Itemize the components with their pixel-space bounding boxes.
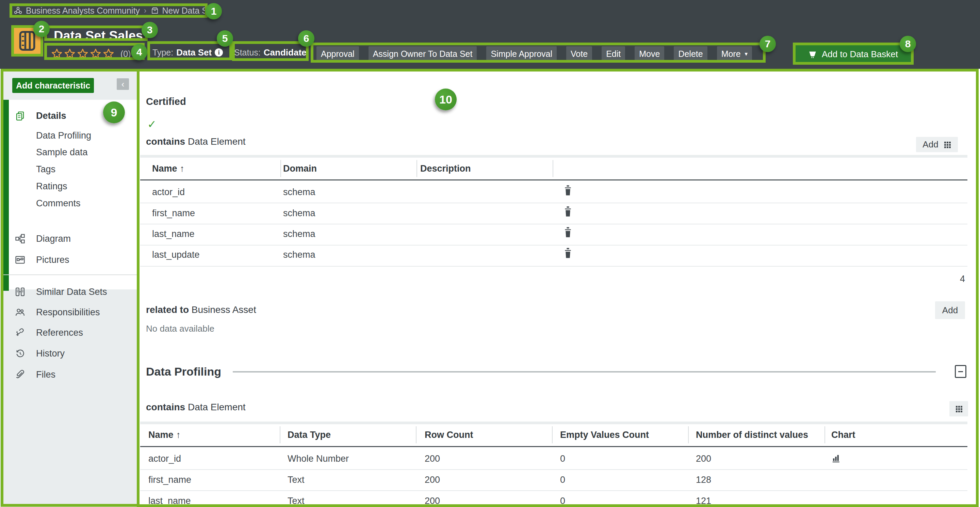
annotation-box-8 <box>793 43 914 65</box>
annotation-box-10 <box>137 69 978 507</box>
annotation-badge-2: 2 <box>33 21 50 37</box>
annotation-box-6 <box>232 41 309 61</box>
annotation-box-4 <box>44 43 145 60</box>
annotation-box-1 <box>10 3 208 18</box>
annotation-box-7 <box>311 43 765 63</box>
annotation-box-9 <box>1 69 140 507</box>
annotation-badge-7: 7 <box>759 36 776 52</box>
annotation-badge-4: 4 <box>131 44 147 60</box>
annotation-badge-3: 3 <box>142 22 158 38</box>
annotation-box-3 <box>44 26 148 41</box>
annotation-badge-10: 10 <box>435 89 457 110</box>
annotation-badge-9: 9 <box>103 102 125 123</box>
collibra-asset-page: Business Analysts Community › New Data S… <box>0 0 980 507</box>
annotation-badge-1: 1 <box>205 3 222 19</box>
annotation-badge-5: 5 <box>217 30 233 47</box>
annotation-badge-6: 6 <box>298 30 314 47</box>
annotation-badge-8: 8 <box>900 36 916 52</box>
